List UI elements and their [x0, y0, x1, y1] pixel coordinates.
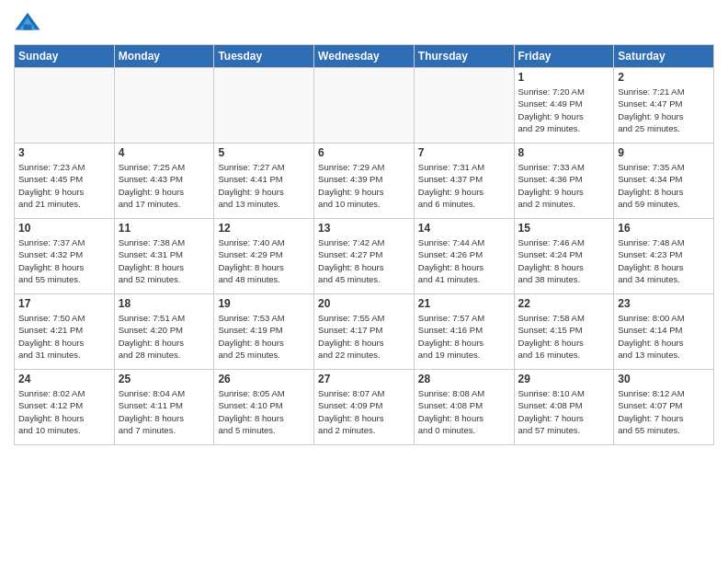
week-row-2: 10Sunrise: 7:37 AM Sunset: 4:32 PM Dayli… — [15, 219, 714, 294]
calendar-cell: 27Sunrise: 8:07 AM Sunset: 4:09 PM Dayli… — [314, 370, 415, 445]
logo-icon — [14, 9, 41, 37]
calendar-cell: 20Sunrise: 7:55 AM Sunset: 4:17 PM Dayli… — [314, 294, 415, 370]
weekday-thursday: Thursday — [414, 45, 514, 68]
day-number: 30 — [618, 373, 710, 385]
day-number: 16 — [618, 222, 710, 235]
day-number: 27 — [318, 373, 410, 385]
day-number: 5 — [218, 146, 310, 159]
day-number: 6 — [318, 146, 410, 159]
calendar-cell: 5Sunrise: 7:27 AM Sunset: 4:41 PM Daylig… — [214, 144, 314, 219]
day-info: Sunrise: 7:57 AM Sunset: 4:16 PM Dayligh… — [418, 312, 510, 361]
calendar-cell: 6Sunrise: 7:29 AM Sunset: 4:39 PM Daylig… — [314, 144, 415, 219]
week-row-3: 17Sunrise: 7:50 AM Sunset: 4:21 PM Dayli… — [15, 294, 714, 370]
day-info: Sunrise: 8:04 AM Sunset: 4:11 PM Dayligh… — [119, 387, 210, 436]
day-number: 20 — [318, 297, 410, 310]
day-number: 3 — [18, 146, 110, 159]
day-info: Sunrise: 7:51 AM Sunset: 4:20 PM Dayligh… — [119, 312, 210, 361]
day-number: 7 — [418, 146, 510, 159]
calendar-cell: 23Sunrise: 8:00 AM Sunset: 4:14 PM Dayli… — [614, 294, 714, 370]
day-number: 9 — [618, 146, 710, 159]
header — [14, 9, 714, 37]
weekday-header-row: SundayMondayTuesdayWednesdayThursdayFrid… — [15, 45, 714, 68]
day-info: Sunrise: 7:50 AM Sunset: 4:21 PM Dayligh… — [18, 312, 110, 361]
calendar-cell: 7Sunrise: 7:31 AM Sunset: 4:37 PM Daylig… — [414, 144, 514, 219]
day-info: Sunrise: 7:42 AM Sunset: 4:27 PM Dayligh… — [318, 236, 410, 285]
calendar-cell: 24Sunrise: 8:02 AM Sunset: 4:12 PM Dayli… — [15, 370, 115, 445]
calendar-cell: 21Sunrise: 7:57 AM Sunset: 4:16 PM Dayli… — [414, 294, 514, 370]
calendar-cell: 8Sunrise: 7:33 AM Sunset: 4:36 PM Daylig… — [514, 144, 614, 219]
day-number: 28 — [418, 373, 510, 385]
day-info: Sunrise: 8:07 AM Sunset: 4:09 PM Dayligh… — [318, 387, 410, 436]
calendar-cell — [114, 68, 214, 144]
day-info: Sunrise: 7:53 AM Sunset: 4:19 PM Dayligh… — [218, 312, 310, 361]
calendar-cell: 30Sunrise: 8:12 AM Sunset: 4:07 PM Dayli… — [614, 370, 714, 445]
calendar-cell: 25Sunrise: 8:04 AM Sunset: 4:11 PM Dayli… — [114, 370, 214, 445]
day-info: Sunrise: 7:29 AM Sunset: 4:39 PM Dayligh… — [318, 161, 410, 210]
day-info: Sunrise: 7:58 AM Sunset: 4:15 PM Dayligh… — [518, 312, 610, 361]
day-info: Sunrise: 7:31 AM Sunset: 4:37 PM Dayligh… — [418, 161, 510, 210]
calendar-cell — [214, 68, 314, 144]
calendar-cell: 12Sunrise: 7:40 AM Sunset: 4:29 PM Dayli… — [214, 219, 314, 294]
day-info: Sunrise: 7:20 AM Sunset: 4:49 PM Dayligh… — [518, 86, 610, 134]
day-number: 15 — [518, 222, 610, 235]
calendar-cell: 14Sunrise: 7:44 AM Sunset: 4:26 PM Dayli… — [414, 219, 514, 294]
day-number: 13 — [318, 222, 410, 235]
calendar-cell — [15, 68, 115, 144]
day-number: 14 — [418, 222, 510, 235]
calendar-cell: 2Sunrise: 7:21 AM Sunset: 4:47 PM Daylig… — [614, 68, 714, 144]
weekday-friday: Friday — [514, 45, 614, 68]
day-info: Sunrise: 8:08 AM Sunset: 4:08 PM Dayligh… — [418, 387, 510, 436]
calendar-cell: 16Sunrise: 7:48 AM Sunset: 4:23 PM Dayli… — [614, 219, 714, 294]
calendar-cell: 28Sunrise: 8:08 AM Sunset: 4:08 PM Dayli… — [414, 370, 514, 445]
calendar-cell: 15Sunrise: 7:46 AM Sunset: 4:24 PM Dayli… — [514, 219, 614, 294]
day-info: Sunrise: 7:48 AM Sunset: 4:23 PM Dayligh… — [618, 236, 710, 285]
day-number: 1 — [518, 71, 610, 84]
calendar-cell: 29Sunrise: 8:10 AM Sunset: 4:08 PM Dayli… — [514, 370, 614, 445]
weekday-tuesday: Tuesday — [214, 45, 314, 68]
day-info: Sunrise: 7:55 AM Sunset: 4:17 PM Dayligh… — [318, 312, 410, 361]
day-info: Sunrise: 8:12 AM Sunset: 4:07 PM Dayligh… — [618, 387, 710, 436]
day-info: Sunrise: 8:02 AM Sunset: 4:12 PM Dayligh… — [18, 387, 110, 436]
calendar-cell: 10Sunrise: 7:37 AM Sunset: 4:32 PM Dayli… — [15, 219, 115, 294]
day-number: 19 — [218, 297, 310, 310]
day-info: Sunrise: 8:00 AM Sunset: 4:14 PM Dayligh… — [618, 312, 710, 361]
weekday-saturday: Saturday — [614, 45, 714, 68]
week-row-0: 1Sunrise: 7:20 AM Sunset: 4:49 PM Daylig… — [15, 68, 714, 144]
day-number: 25 — [119, 373, 210, 385]
calendar-cell: 13Sunrise: 7:42 AM Sunset: 4:27 PM Dayli… — [314, 219, 415, 294]
day-info: Sunrise: 7:44 AM Sunset: 4:26 PM Dayligh… — [418, 236, 510, 285]
week-row-4: 24Sunrise: 8:02 AM Sunset: 4:12 PM Dayli… — [15, 370, 714, 445]
day-number: 29 — [518, 373, 610, 385]
day-number: 17 — [18, 297, 110, 310]
day-number: 2 — [618, 71, 710, 84]
day-number: 22 — [518, 297, 610, 310]
calendar-cell — [414, 68, 514, 144]
calendar-cell: 4Sunrise: 7:25 AM Sunset: 4:43 PM Daylig… — [114, 144, 214, 219]
calendar-cell: 26Sunrise: 8:05 AM Sunset: 4:10 PM Dayli… — [214, 370, 314, 445]
weekday-sunday: Sunday — [15, 45, 115, 68]
calendar-cell: 19Sunrise: 7:53 AM Sunset: 4:19 PM Dayli… — [214, 294, 314, 370]
day-info: Sunrise: 7:27 AM Sunset: 4:41 PM Dayligh… — [218, 161, 310, 210]
calendar: SundayMondayTuesdayWednesdayThursdayFrid… — [14, 44, 714, 445]
day-info: Sunrise: 8:05 AM Sunset: 4:10 PM Dayligh… — [218, 387, 310, 436]
day-info: Sunrise: 7:25 AM Sunset: 4:43 PM Dayligh… — [119, 161, 210, 210]
calendar-cell: 9Sunrise: 7:35 AM Sunset: 4:34 PM Daylig… — [614, 144, 714, 219]
day-info: Sunrise: 7:40 AM Sunset: 4:29 PM Dayligh… — [218, 236, 310, 285]
day-info: Sunrise: 7:46 AM Sunset: 4:24 PM Dayligh… — [518, 236, 610, 285]
day-number: 12 — [218, 222, 310, 235]
day-info: Sunrise: 7:35 AM Sunset: 4:34 PM Dayligh… — [618, 161, 710, 210]
calendar-cell: 18Sunrise: 7:51 AM Sunset: 4:20 PM Dayli… — [114, 294, 214, 370]
calendar-cell: 11Sunrise: 7:38 AM Sunset: 4:31 PM Dayli… — [114, 219, 214, 294]
day-number: 24 — [18, 373, 110, 385]
day-number: 10 — [18, 222, 110, 235]
day-info: Sunrise: 7:33 AM Sunset: 4:36 PM Dayligh… — [518, 161, 610, 210]
day-info: Sunrise: 7:38 AM Sunset: 4:31 PM Dayligh… — [119, 236, 210, 285]
weekday-wednesday: Wednesday — [314, 45, 415, 68]
calendar-cell — [314, 68, 415, 144]
day-info: Sunrise: 8:10 AM Sunset: 4:08 PM Dayligh… — [518, 387, 610, 436]
logo — [14, 9, 45, 37]
day-number: 4 — [119, 146, 210, 159]
day-number: 11 — [119, 222, 210, 235]
svg-rect-2 — [24, 25, 32, 30]
day-info: Sunrise: 7:23 AM Sunset: 4:45 PM Dayligh… — [18, 161, 110, 210]
